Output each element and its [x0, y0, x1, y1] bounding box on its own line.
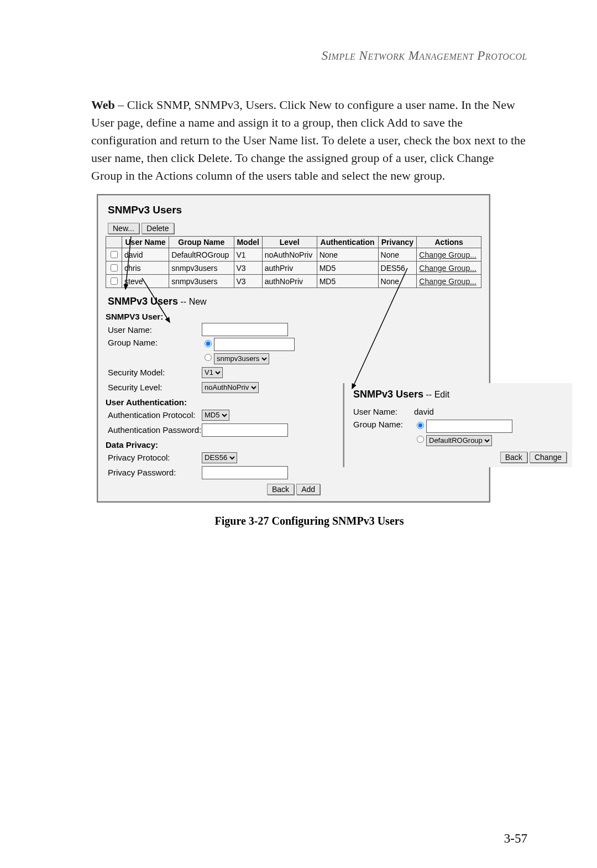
group-radio-text[interactable] [205, 340, 212, 347]
edit-group-input[interactable] [426, 420, 512, 433]
cell-group: snmpv3users [169, 275, 234, 288]
section-user: SNMPV3 User: [106, 312, 481, 321]
col-model: Model [234, 237, 262, 248]
cell-priv: None [378, 248, 417, 262]
edit-user-value: david [414, 407, 434, 416]
row-checkbox[interactable] [111, 251, 118, 258]
cell-group: DefaultROGroup [169, 248, 234, 262]
edit-user-label: User Name: [353, 407, 414, 416]
auth-pwd-label: Authentication Password: [108, 425, 202, 435]
col-actions: Actions [417, 237, 481, 248]
cell-group: snmpv3users [169, 262, 234, 275]
change-button[interactable]: Change [530, 452, 567, 463]
group-radio-select[interactable] [205, 354, 212, 361]
edit-group-radio-select[interactable] [417, 436, 424, 443]
edit-user-panel: SNMPv3 Users -- Edit User Name: david Gr… [343, 383, 572, 467]
edit-group-radio-text[interactable] [417, 422, 424, 429]
new-button[interactable]: New... [108, 223, 139, 234]
new-panel-title: SNMPv3 Users -- New [108, 296, 481, 307]
cell-auth: None [317, 248, 378, 262]
sec-level-select[interactable]: noAuthNoPriv [202, 382, 259, 393]
edit-panel-title: SNMPv3 Users -- Edit [353, 389, 567, 400]
edit-back-button[interactable]: Back [500, 452, 527, 463]
row-checkbox[interactable] [111, 278, 118, 285]
cell-user: david [122, 248, 169, 262]
sec-level-label: Security Level: [108, 383, 202, 392]
col-priv: Privancy [378, 237, 417, 248]
cell-model: V3 [234, 275, 262, 288]
cell-user: chris [122, 262, 169, 275]
table-header-row: User Name Group Name Model Level Authent… [106, 237, 481, 248]
edit-group-select[interactable]: DefaultROGroup [426, 435, 492, 446]
delete-button[interactable]: Delete [142, 223, 174, 234]
auth-proto-label: Authentication Protocol: [108, 410, 202, 420]
priv-proto-label: Privacy Protocol: [108, 453, 202, 462]
group-name-select[interactable]: snmpv3users [214, 353, 269, 364]
group-name-input[interactable] [214, 338, 295, 351]
page-header: Simple Network Management Protocol [91, 49, 527, 63]
change-group-link[interactable]: Change Group... [419, 250, 476, 259]
priv-proto-select[interactable]: DES56 [202, 452, 237, 463]
edit-group-label: Group Name: [353, 420, 414, 429]
col-level: Level [262, 237, 317, 248]
col-group: Group Name [169, 237, 234, 248]
instruction-text: – Click SNMP, SNMPv3, Users. Click New t… [91, 98, 526, 182]
cell-model: V1 [234, 248, 262, 262]
cell-auth: MD5 [317, 275, 378, 288]
screenshot: SNMPv3 Users New... Delete User Name Gro… [97, 194, 490, 503]
sec-model-label: Security Model: [108, 368, 202, 377]
user-name-label: User Name: [108, 325, 202, 334]
web-lead: Web [91, 98, 115, 112]
user-name-input[interactable] [202, 323, 288, 336]
change-group-link[interactable]: Change Group... [419, 277, 476, 286]
col-user: User Name [122, 237, 169, 248]
table-row: steve snmpv3users V3 authNoPriv MD5 None… [106, 275, 481, 288]
cell-level: authNoPriv [262, 275, 317, 288]
figure-caption: Figure 3-27 Configuring SNMPv3 Users [91, 515, 527, 527]
row-checkbox[interactable] [111, 264, 118, 271]
users-toolbar: New... Delete [108, 223, 481, 234]
cell-level: authPriv [262, 262, 317, 275]
back-button[interactable]: Back [267, 484, 294, 495]
users-title: SNMPv3 Users [108, 204, 481, 216]
figure-wrap: SNMPv3 Users New... Delete User Name Gro… [91, 194, 527, 527]
table-row: david DefaultROGroup V1 noAuthNoPriv Non… [106, 248, 481, 262]
auth-pwd-input[interactable] [202, 423, 288, 437]
cell-model: V3 [234, 262, 262, 275]
change-group-link[interactable]: Change Group... [419, 264, 476, 273]
group-name-label: Group Name: [108, 338, 202, 347]
cell-level: noAuthNoPriv [262, 248, 317, 262]
priv-pwd-input[interactable] [202, 466, 288, 479]
add-button[interactable]: Add [296, 484, 320, 495]
cell-auth: MD5 [317, 262, 378, 275]
col-check [106, 237, 122, 248]
priv-pwd-label: Privacy Password: [108, 468, 202, 477]
auth-proto-select[interactable]: MD5 [202, 410, 229, 421]
col-auth: Authentication [317, 237, 378, 248]
cell-user: steve [122, 275, 169, 288]
page-number: 3-57 [504, 832, 527, 846]
sec-model-select[interactable]: V1 [202, 367, 223, 378]
users-table: User Name Group Name Model Level Authent… [106, 236, 481, 288]
instruction-paragraph: Web – Click SNMP, SNMPv3, Users. Click N… [91, 96, 527, 184]
cell-priv: DES56 [378, 262, 417, 275]
cell-priv: None [378, 275, 417, 288]
table-row: chris snmpv3users V3 authPriv MD5 DES56 … [106, 262, 481, 275]
